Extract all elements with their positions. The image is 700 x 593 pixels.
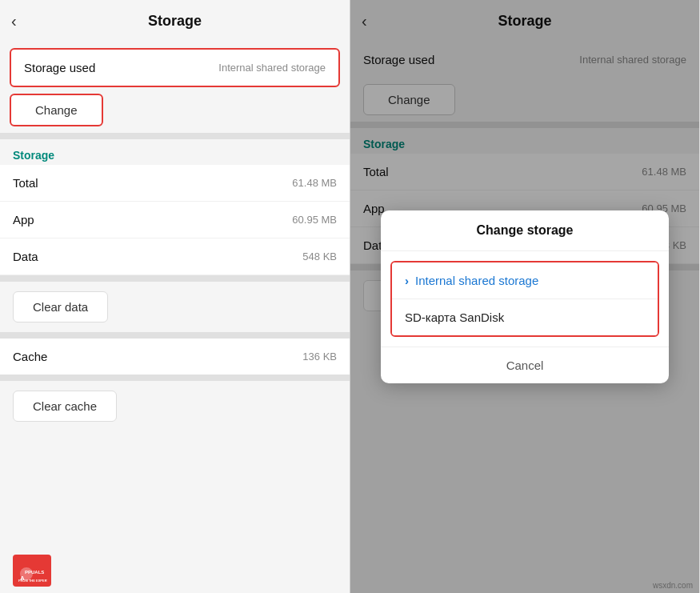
left-title: Storage (148, 13, 202, 30)
svg-text:PPUALS: PPUALS (25, 570, 44, 575)
divider-2 (0, 275, 350, 282)
modal-option-internal[interactable]: › Internal shared storage (392, 262, 658, 299)
change-storage-modal: Change storage › Internal shared storage… (381, 210, 669, 383)
left-back-button[interactable]: ‹ (11, 12, 17, 30)
watermark: A PPUALS FROM THE EXPERTS! (0, 548, 350, 593)
internal-storage-option-label: Internal shared storage (415, 274, 538, 287)
cache-label: Cache (13, 350, 47, 363)
data-label: Data (13, 250, 38, 263)
data-value: 548 KB (302, 250, 337, 262)
sdcard-option-label: SD-карта SanDisk (405, 311, 504, 324)
table-row: App 60.95 MB (0, 202, 350, 238)
clear-data-row: Clear data (0, 282, 350, 332)
change-button[interactable]: Change (10, 94, 103, 126)
svg-text:FROM THE EXPERTS!: FROM THE EXPERTS! (18, 579, 47, 583)
clear-data-button[interactable]: Clear data (13, 291, 108, 323)
storage-used-card: Storage used Internal shared storage (10, 48, 340, 87)
divider-4 (0, 375, 350, 381)
clear-cache-row: Clear cache (0, 381, 350, 431)
right-panel: ‹ Storage Storage used Internal shared s… (350, 0, 699, 593)
storage-rows-container: Total 61.48 MB App 60.95 MB Data 548 KB (0, 165, 350, 275)
table-row: Data 548 KB (0, 238, 350, 275)
modal-overlay: Change storage › Internal shared storage… (350, 0, 699, 593)
storage-used-label: Storage used (24, 61, 95, 74)
storage-section-header: Storage (0, 139, 350, 165)
divider-1 (0, 133, 350, 139)
left-header: ‹ Storage (0, 0, 350, 42)
change-button-wrapper: Change (10, 94, 340, 126)
modal-cancel-button[interactable]: Cancel (381, 347, 669, 383)
cache-row: Cache 136 KB (0, 339, 350, 375)
brand-logo: A PPUALS FROM THE EXPERTS! (13, 555, 51, 587)
modal-options-list: › Internal shared storage SD-карта SanDi… (390, 261, 659, 337)
total-value: 61.48 MB (292, 177, 337, 189)
cache-value: 136 KB (302, 351, 337, 363)
left-panel: ‹ Storage Storage used Internal shared s… (0, 0, 350, 593)
modal-title: Change storage (381, 210, 669, 251)
clear-cache-button[interactable]: Clear cache (13, 391, 117, 422)
chevron-right-icon: › (405, 274, 409, 287)
table-row: Total 61.48 MB (0, 165, 350, 202)
storage-used-value: Internal shared storage (218, 62, 326, 74)
app-value: 60.95 MB (292, 214, 337, 226)
divider-3 (0, 332, 350, 339)
modal-option-sdcard[interactable]: SD-карта SanDisk (392, 299, 658, 335)
total-label: Total (13, 176, 38, 190)
app-label: App (13, 213, 34, 226)
